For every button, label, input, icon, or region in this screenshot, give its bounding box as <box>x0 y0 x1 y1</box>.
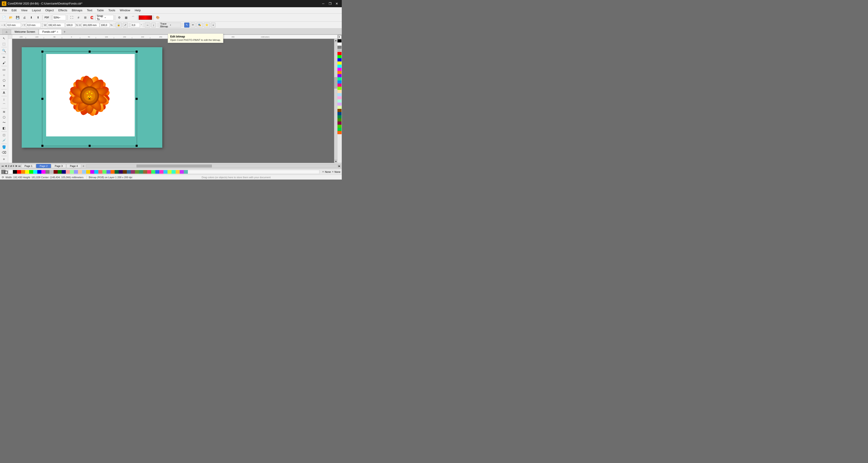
swatch-lightpink[interactable] <box>338 96 342 99</box>
document-canvas[interactable]: ✕ <box>22 47 162 148</box>
close-button[interactable]: ✕ <box>334 0 340 7</box>
connector-tool[interactable]: ⌒ <box>1 102 7 107</box>
swatch-emerald[interactable] <box>338 128 342 131</box>
cb-white[interactable] <box>9 170 13 174</box>
star-tool[interactable]: ✦ <box>1 84 7 89</box>
swatch-navy[interactable] <box>338 112 342 115</box>
menu-file[interactable]: File <box>0 8 9 13</box>
freehand-tool[interactable]: ✏ <box>1 55 7 60</box>
swatch-lightblue[interactable] <box>338 93 342 96</box>
contour-tool[interactable]: ⬡ <box>1 114 7 120</box>
snap-options-btn[interactable]: 🧲 <box>89 14 95 21</box>
menu-bitmaps[interactable]: Bitmaps <box>69 8 85 13</box>
swatch-brown[interactable] <box>338 109 342 112</box>
color-scroll-bar[interactable] <box>8 170 319 174</box>
cb-periwinkle[interactable] <box>106 170 111 174</box>
cb-indigo[interactable] <box>119 170 123 174</box>
artistic-media-tool[interactable]: 🖌 <box>1 60 7 65</box>
ruler-btn[interactable]: ⊞ <box>82 14 88 21</box>
cb-navy[interactable] <box>62 170 66 174</box>
page-prev-button[interactable]: ◀ <box>4 164 7 167</box>
cb-peach[interactable] <box>78 170 82 174</box>
horizontal-scrollbar[interactable] <box>86 164 337 168</box>
full-screen-btn[interactable]: ⛶ <box>68 14 75 21</box>
cb-gold[interactable] <box>86 170 90 174</box>
menu-layout[interactable]: Layout <box>30 8 43 13</box>
workspace-button[interactable]: ▦ <box>123 14 129 21</box>
open-button[interactable]: 📂 <box>8 14 14 21</box>
menu-edit[interactable]: Edit <box>9 8 19 13</box>
cb-forest[interactable] <box>115 170 119 174</box>
swatch-cyan[interactable] <box>338 65 342 68</box>
snap-dropdown[interactable]: Snap To ▾ <box>96 15 114 20</box>
color-picker-bar[interactable] <box>138 15 152 20</box>
cb-purple[interactable] <box>180 170 184 174</box>
cb-gray[interactable] <box>45 170 50 174</box>
zoom-tool[interactable]: 🔍 <box>1 48 7 53</box>
swatch-pink[interactable] <box>338 84 342 87</box>
crop-bitmap-button[interactable]: ✂ <box>190 23 195 28</box>
eraser-tool[interactable]: ⌫ <box>1 150 7 155</box>
cb-plum[interactable] <box>131 170 135 174</box>
tab-add-button[interactable]: + <box>62 29 67 34</box>
swatch-purple[interactable] <box>338 74 342 77</box>
swatch-black[interactable] <box>338 39 342 42</box>
connector-button[interactable]: ⌒ <box>130 14 136 21</box>
cb-darkgreen[interactable] <box>58 170 62 174</box>
cb-mint[interactable] <box>151 170 155 174</box>
swatch-orange-bright[interactable] <box>338 131 342 134</box>
text-tool[interactable]: A <box>1 90 7 95</box>
add-button[interactable]: + <box>211 23 215 28</box>
menu-window[interactable]: Window <box>118 8 132 13</box>
export-button[interactable]: ⬆ <box>35 14 41 21</box>
cb-yellow-green[interactable] <box>167 170 172 174</box>
zoom-dropdown[interactable]: 50% ▾ <box>53 15 66 20</box>
tab-close-icon[interactable]: ✕ <box>57 31 58 33</box>
page-next-button[interactable]: ▶ <box>15 164 18 167</box>
polygon-tool[interactable]: ⬠ <box>1 78 7 83</box>
cb-teal[interactable] <box>139 170 143 174</box>
page-add-button[interactable]: + <box>83 164 84 168</box>
stroke-indicator[interactable] <box>4 171 8 174</box>
select-tool[interactable]: ↖ <box>1 36 7 41</box>
swatch-chartreuse[interactable] <box>338 87 342 90</box>
swatch-yellow[interactable] <box>338 61 342 65</box>
swatch-silver[interactable] <box>338 49 342 52</box>
cb-lightgreen[interactable] <box>70 170 74 174</box>
cb-lightblue[interactable] <box>74 170 78 174</box>
tab-document[interactable]: Fondo.cdr* ✕ <box>39 29 62 34</box>
cb-crimson[interactable] <box>147 170 151 174</box>
page-tab-3[interactable]: Page 3 <box>51 164 66 168</box>
cb-yellow[interactable] <box>25 170 29 174</box>
y-input[interactable] <box>26 23 41 27</box>
cb-red[interactable] <box>17 170 21 174</box>
h-input[interactable] <box>82 23 99 27</box>
swatch-lightyellow[interactable] <box>338 106 342 109</box>
cb-azure[interactable] <box>163 170 167 174</box>
cb-orange[interactable] <box>21 170 25 174</box>
cb-teal-doc[interactable] <box>184 170 188 174</box>
w-pct-input[interactable] <box>65 23 75 27</box>
new-button[interactable]: 📄 <box>1 14 7 21</box>
page-tab-4[interactable]: Page 4 <box>66 164 81 168</box>
cb-coral[interactable] <box>98 170 102 174</box>
swatch-peach[interactable] <box>338 90 342 93</box>
scroll-thumb-h[interactable] <box>136 165 212 167</box>
bitmap-effects-button[interactable]: ⭐ <box>204 23 210 28</box>
menu-view[interactable]: View <box>19 8 30 13</box>
scroll-up-button[interactable]: ▲ <box>334 39 337 42</box>
cb-steel[interactable] <box>127 170 131 174</box>
page-tab-2[interactable]: Page 2 <box>36 164 51 168</box>
cb-skyblue[interactable] <box>82 170 86 174</box>
paint-bucket-tool[interactable]: 🪣 <box>1 144 7 150</box>
cb-black[interactable] <box>13 170 17 174</box>
menu-object[interactable]: Object <box>43 8 56 13</box>
page-last-button[interactable]: ⏭ <box>18 165 21 167</box>
minimize-button[interactable]: ─ <box>320 0 327 7</box>
swatch-lime[interactable] <box>338 55 342 58</box>
vertical-scrollbar[interactable]: ▲ ▼ <box>334 39 337 163</box>
x-input[interactable] <box>6 23 21 27</box>
menu-tools[interactable]: Tools <box>106 8 117 13</box>
swatch-olive[interactable] <box>338 118 342 122</box>
scroll-right-button[interactable]: ▶ <box>338 164 341 168</box>
